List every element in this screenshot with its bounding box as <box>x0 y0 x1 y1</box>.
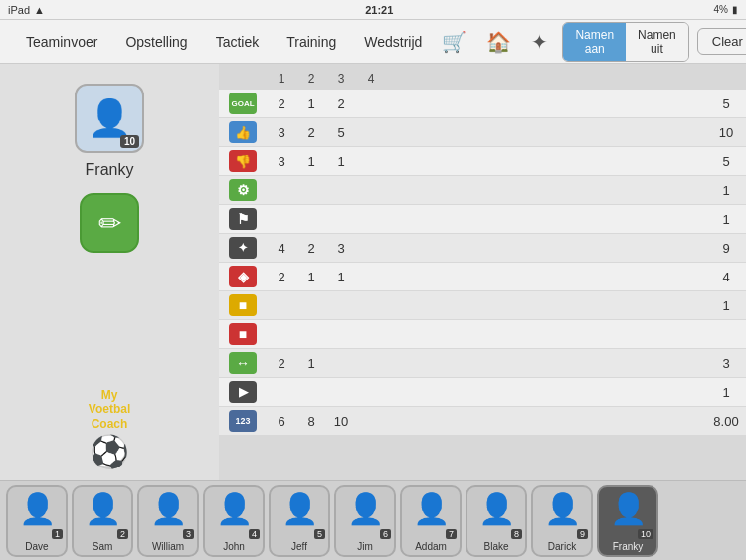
player-name: Jeff <box>291 541 307 552</box>
stat-value-1: 1 <box>296 270 326 284</box>
stat-icon-2: 👎 <box>229 150 257 172</box>
nav-training[interactable]: Training <box>273 20 350 64</box>
status-time: 21:21 <box>365 4 393 16</box>
stat-row: ✦4239 <box>219 234 746 262</box>
stat-value-2: 10 <box>326 414 356 429</box>
stat-value-1: 2 <box>296 125 326 140</box>
stat-icon-cell: ⚑ <box>219 205 267 233</box>
stat-total: 1 <box>710 385 746 400</box>
stat-icon-1: 👍 <box>229 121 257 143</box>
player-avatar-icon: 👤 <box>85 491 121 526</box>
carrier-label: iPad <box>8 4 30 16</box>
stat-icon-cell: ◈ <box>219 263 267 290</box>
namen-aan-btn[interactable]: Namen aan <box>563 23 626 61</box>
player-thumb[interactable]: 👤2Sam <box>72 485 133 557</box>
nav-tactiek[interactable]: Tactiek <box>202 20 274 64</box>
battery-icon: ▮ <box>732 4 738 15</box>
cart-icon[interactable]: 🛒 <box>436 30 472 54</box>
stat-icon-cell: 👎 <box>219 147 267 175</box>
player-thumb[interactable]: 👤10Franky <box>597 485 658 557</box>
main-area: 👤 10 Franky ✏ MyVoetbalCoach ⚽ 1 2 3 4 G… <box>0 64 746 480</box>
stat-icon-cell: 👍 <box>219 118 267 146</box>
stat-value-2: 1 <box>326 270 356 284</box>
stat-total: 1 <box>710 212 746 227</box>
star-icon[interactable]: ✦ <box>525 30 554 54</box>
nav-wedstrijd[interactable]: Wedstrijd <box>350 20 436 64</box>
wifi-icon: ▲ <box>34 4 45 16</box>
stat-value-0: 2 <box>267 270 296 284</box>
logo-text: MyVoetbalCoach <box>89 388 130 431</box>
player-avatar-icon: 👤 <box>216 491 253 526</box>
player-name: Franky <box>613 541 644 552</box>
stat-value-0: 2 <box>267 96 296 111</box>
stat-value-1: 1 <box>296 96 326 111</box>
stat-icon-cell: ■ <box>219 291 267 319</box>
stats-rows: GOAL2125👍32510👎3115⚙1⚑1✦4239◈2114■1■↔213… <box>219 90 746 474</box>
stats-area: 1 2 3 4 GOAL2125👍32510👎3115⚙1⚑1✦4239◈211… <box>219 64 746 480</box>
nav-bar: Teaminvoer Opstelling Tactiek Training W… <box>0 20 746 64</box>
stat-row: ▶1 <box>219 378 746 406</box>
namen-uit-btn[interactable]: Namen uit <box>626 23 688 61</box>
stat-icon-cell: GOAL <box>219 90 267 117</box>
player-bar: 👤1Dave👤2Sam👤3William👤4John👤5Jeff👤6Jim👤7A… <box>0 480 746 560</box>
stat-icon-11: 123 <box>229 410 257 432</box>
stat-icon-cell: ▶ <box>219 378 267 406</box>
stat-value-1: 1 <box>296 154 326 169</box>
stat-total: 1 <box>710 298 746 313</box>
player-avatar-icon: 👤 <box>150 491 187 526</box>
nav-right-actions: 🛒 🏠 ✦ Namen aan Namen uit Clear Uitslage… <box>436 22 746 62</box>
stat-row: ◈2114 <box>219 263 746 290</box>
stat-values: 325 <box>267 125 710 140</box>
stat-total: 5 <box>710 96 746 111</box>
player-number: 10 <box>638 529 653 539</box>
player-avatar-icon: 👤 <box>610 491 647 526</box>
stat-total: 1 <box>710 183 746 198</box>
col-header-1: 1 <box>267 72 296 86</box>
clear-button[interactable]: Clear <box>697 28 746 55</box>
player-name: John <box>223 541 245 552</box>
player-number: 1 <box>52 529 63 539</box>
player-number: 9 <box>577 529 588 539</box>
nav-teaminvoer[interactable]: Teaminvoer <box>12 20 111 64</box>
col-header-4: 4 <box>356 72 386 86</box>
player-avatar-icon: 👤 <box>281 491 318 526</box>
stat-icon-10: ▶ <box>229 381 257 403</box>
stat-value-0: 2 <box>267 356 296 371</box>
stat-row: ↔213 <box>219 349 746 377</box>
stat-total: 5 <box>710 154 746 169</box>
player-thumb[interactable]: 👤1Dave <box>6 485 68 557</box>
player-thumb[interactable]: 👤6Jim <box>334 485 396 557</box>
player-number: 7 <box>446 529 457 539</box>
avatar-icon: 👤 <box>88 97 132 139</box>
edit-button[interactable]: ✏ <box>80 193 139 253</box>
stat-values: 311 <box>267 154 710 169</box>
player-thumb[interactable]: 👤9Darick <box>531 485 593 557</box>
stat-value-0: 6 <box>267 414 296 429</box>
stat-values: 21 <box>267 356 710 371</box>
player-thumb[interactable]: 👤7Addam <box>400 485 462 557</box>
stat-row: 👍32510 <box>219 118 746 146</box>
player-avatar-icon: 👤 <box>347 491 384 526</box>
player-name: Darick <box>548 541 576 552</box>
status-bar: iPad ▲ 21:21 4% ▮ <box>0 0 746 20</box>
player-thumb[interactable]: 👤8Blake <box>466 485 527 557</box>
stat-value-0: 3 <box>267 154 296 169</box>
stat-value-0: 3 <box>267 125 296 140</box>
player-name: William <box>152 541 184 552</box>
nav-opstelling[interactable]: Opstelling <box>111 20 201 64</box>
stat-total: 8.00 <box>710 414 746 429</box>
stat-icon-3: ⚙ <box>229 179 257 201</box>
stat-value-2: 2 <box>326 96 356 111</box>
player-thumb[interactable]: 👤3William <box>137 485 199 557</box>
stat-icon-0: GOAL <box>229 93 257 114</box>
player-name: Jim <box>357 541 373 552</box>
stat-icon-6: ◈ <box>229 266 257 287</box>
player-number-badge: 10 <box>120 135 139 148</box>
stat-row: 12368108.00 <box>219 407 746 435</box>
home-icon[interactable]: 🏠 <box>480 30 517 54</box>
player-thumb[interactable]: 👤5Jeff <box>269 485 330 557</box>
stat-icon-7: ■ <box>229 294 257 316</box>
battery-label: 4% <box>714 4 728 15</box>
player-number: 3 <box>183 529 194 539</box>
player-thumb[interactable]: 👤4John <box>203 485 265 557</box>
